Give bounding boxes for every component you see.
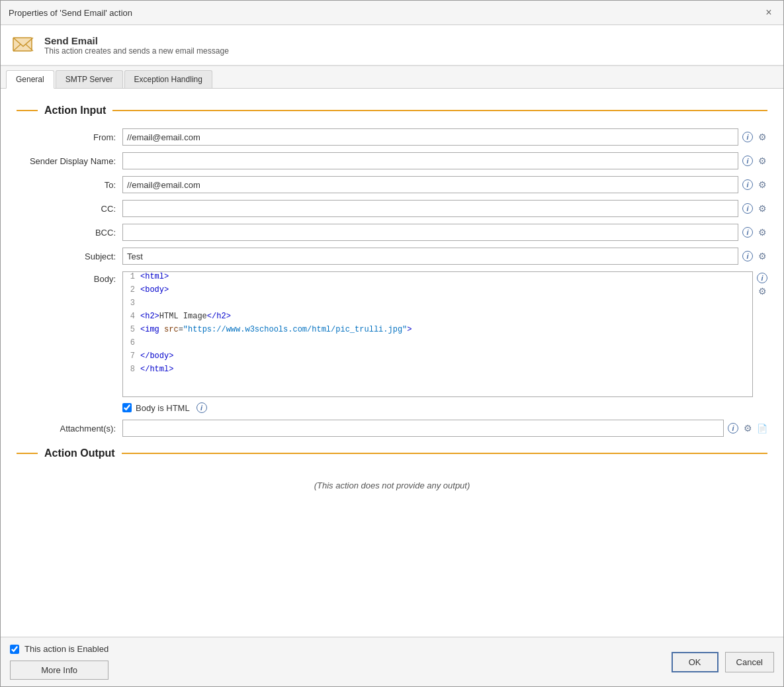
bcc-gear-icon[interactable]: ⚙	[757, 227, 767, 238]
bcc-label: BCC:	[17, 228, 122, 238]
subject-input[interactable]	[122, 248, 738, 265]
cc-info-icon[interactable]: i	[742, 203, 753, 214]
code-line-4: 4 <h2>HTML Image</h2>	[123, 312, 752, 325]
body-is-html-label: Body is HTML	[136, 403, 190, 413]
attachments-gear-icon[interactable]: ⚙	[742, 423, 753, 434]
header-text: Send Email This action creates and sends…	[44, 35, 229, 56]
output-line-left	[17, 453, 38, 454]
body-row: Body: 1 <html> 2 <body> 3	[17, 271, 767, 413]
more-info-button[interactable]: More Info	[10, 661, 109, 680]
to-input-wrapper: i ⚙	[122, 176, 767, 193]
close-button[interactable]: ×	[762, 6, 775, 19]
to-row: To: i ⚙	[17, 176, 767, 193]
cc-gear-icon[interactable]: ⚙	[757, 203, 767, 214]
action-enabled-checkbox[interactable]	[10, 645, 19, 654]
code-line-6: 6	[123, 338, 752, 351]
attachments-label: Attachment(s):	[17, 424, 122, 434]
from-input[interactable]	[122, 128, 738, 146]
enabled-row: This action is Enabled	[10, 644, 109, 654]
to-label: To:	[17, 180, 122, 190]
sender-display-label: Sender Display Name:	[17, 156, 122, 166]
tabs-bar: General SMTP Server Exception Handling	[1, 66, 783, 89]
dialog-title: Properties of 'Send Email' action	[9, 8, 132, 18]
action-output-section-header: Action Output	[17, 447, 767, 459]
cancel-button[interactable]: Cancel	[725, 652, 774, 672]
code-line-2: 2 <body>	[123, 285, 752, 298]
body-html-info-icon[interactable]: i	[196, 402, 207, 413]
body-icons-right: i ⚙	[757, 271, 767, 297]
cc-input[interactable]	[122, 200, 738, 217]
cc-label: CC:	[17, 204, 122, 214]
to-input[interactable]	[122, 176, 738, 193]
tab-general[interactable]: General	[6, 70, 54, 89]
attachments-row: Attachment(s): i ⚙ 📄	[17, 420, 767, 437]
body-gear-icon[interactable]: ⚙	[757, 286, 767, 297]
from-input-wrapper: i ⚙	[122, 128, 767, 146]
tab-smtp-server[interactable]: SMTP Server	[56, 70, 123, 88]
dialog-window: Properties of 'Send Email' action × Send…	[0, 0, 784, 687]
action-enabled-label: This action is Enabled	[24, 644, 109, 654]
bcc-row: BCC: i ⚙	[17, 224, 767, 241]
no-output-message: (This action does not provide any output…	[17, 471, 767, 500]
subject-info-icon[interactable]: i	[742, 251, 753, 261]
from-gear-icon[interactable]: ⚙	[757, 132, 767, 142]
section-line-left	[17, 110, 38, 111]
code-line-3: 3	[123, 298, 752, 312]
to-info-icon[interactable]: i	[742, 179, 753, 190]
footer-buttons: OK Cancel	[672, 652, 774, 672]
send-email-icon	[11, 33, 35, 57]
ok-button[interactable]: OK	[672, 652, 719, 672]
action-title: Send Email	[44, 35, 229, 46]
action-input-title: Action Input	[44, 105, 106, 116]
body-code-editor[interactable]: 1 <html> 2 <body> 3 4 <	[122, 271, 753, 397]
bcc-input-wrapper: i ⚙	[122, 224, 767, 241]
sender-display-info-icon[interactable]: i	[742, 156, 753, 166]
title-bar: Properties of 'Send Email' action ×	[1, 1, 783, 25]
sender-display-input[interactable]	[122, 152, 738, 169]
subject-row: Subject: i ⚙	[17, 248, 767, 265]
attachments-input-wrapper: i ⚙ 📄	[122, 420, 767, 437]
code-line-8: 8 </html>	[123, 365, 752, 378]
header-section: Send Email This action creates and sends…	[1, 25, 783, 66]
content-area: Action Input From: i ⚙ Sender Display Na…	[1, 89, 783, 637]
tab-exception-handling[interactable]: Exception Handling	[124, 70, 212, 88]
body-editor-wrapper: 1 <html> 2 <body> 3 4 <	[122, 271, 767, 413]
action-output-title: Action Output	[44, 447, 115, 459]
cc-row: CC: i ⚙	[17, 200, 767, 217]
body-label: Body:	[17, 271, 122, 284]
footer-bar: This action is Enabled More Info OK Canc…	[1, 637, 783, 686]
output-line-right	[122, 453, 767, 454]
from-label: From:	[17, 132, 122, 142]
subject-gear-icon[interactable]: ⚙	[757, 251, 767, 261]
action-description: This action creates and sends a new emai…	[44, 46, 229, 56]
attachments-input[interactable]	[122, 420, 724, 437]
action-output-section: Action Output (This action does not prov…	[17, 447, 767, 500]
sender-display-gear-icon[interactable]: ⚙	[757, 156, 767, 166]
body-editor-inner: 1 <html> 2 <body> 3 4 <	[122, 271, 767, 397]
bcc-info-icon[interactable]: i	[742, 227, 753, 238]
code-line-1: 1 <html>	[123, 272, 752, 285]
action-input-section-header: Action Input	[17, 105, 767, 116]
attachments-info-icon[interactable]: i	[728, 423, 738, 434]
bcc-input[interactable]	[122, 224, 738, 241]
attachments-browse-icon[interactable]: 📄	[757, 423, 767, 434]
code-line-5: 5 <img src="https://www.w3schools.com/ht…	[123, 325, 752, 338]
from-row: From: i ⚙	[17, 128, 767, 146]
cc-input-wrapper: i ⚙	[122, 200, 767, 217]
code-line-7: 7 </body>	[123, 351, 752, 365]
subject-input-wrapper: i ⚙	[122, 248, 767, 265]
body-is-html-checkbox[interactable]	[122, 403, 132, 412]
body-html-checkbox-row: Body is HTML i	[122, 402, 767, 413]
to-gear-icon[interactable]: ⚙	[757, 179, 767, 190]
section-line-right	[112, 110, 767, 111]
sender-display-input-wrapper: i ⚙	[122, 152, 767, 169]
body-info-icon[interactable]: i	[757, 273, 767, 283]
subject-label: Subject:	[17, 252, 122, 261]
from-info-icon[interactable]: i	[742, 132, 753, 142]
sender-display-row: Sender Display Name: i ⚙	[17, 152, 767, 169]
